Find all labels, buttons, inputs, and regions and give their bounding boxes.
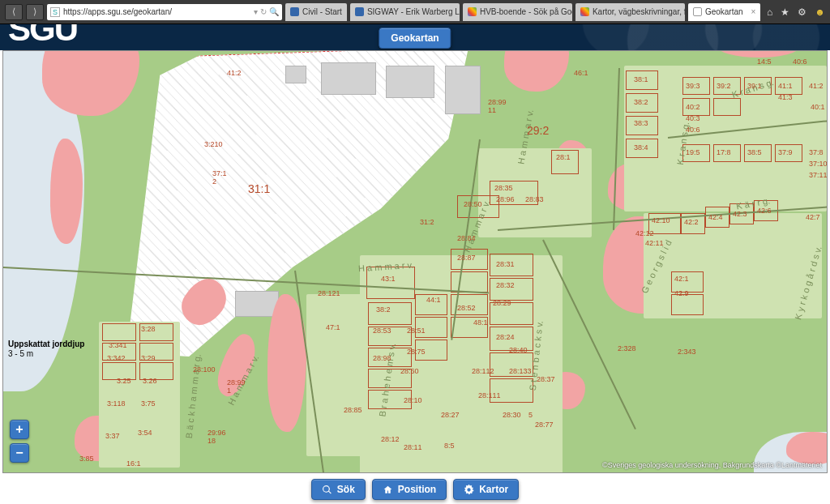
parcel-label: 3:25 — [117, 377, 131, 385]
parcel-label: 39:2 — [717, 82, 731, 90]
parcel-label: 42:12 — [635, 229, 654, 237]
parcel-label: 43:1 — [381, 275, 396, 283]
parcel-label: 37:11 — [809, 171, 828, 179]
parcel-label: 37:1 2 — [212, 169, 227, 186]
parcel-label: 38:5 — [747, 148, 762, 156]
tab-sigway[interactable]: SIGWAY - Erik Warberg Larsson — [350, 3, 460, 21]
close-icon[interactable]: × — [747, 7, 756, 16]
home-icon[interactable]: ⌂ — [767, 6, 772, 18]
parcel-label: 28:75 — [407, 348, 426, 356]
tab-favicon — [355, 7, 364, 16]
url-bar[interactable]: S https://apps.sgu.se/geokartan/ ▾ ↻ 🔍 — [47, 4, 282, 20]
parcel-label: 31:2 — [420, 218, 434, 226]
layers-button[interactable]: Kartor — [453, 479, 519, 500]
star-icon[interactable]: ★ — [781, 6, 789, 18]
parcel-label: 28:40 — [509, 346, 528, 354]
zoom-out-button[interactable]: − — [10, 443, 29, 463]
parcel-label: 37:8 — [809, 148, 824, 156]
zoom-control: + − — [10, 420, 29, 463]
parcel-label: 38:2 — [634, 98, 648, 106]
position-button[interactable]: Position — [372, 479, 447, 500]
parcel-label: 28:50 — [464, 200, 482, 208]
parcel-label: 5 — [528, 411, 533, 419]
building — [445, 66, 481, 114]
parcel-label: 41:1 — [778, 82, 793, 90]
parcel-label: 28:85 — [344, 406, 362, 414]
parcel-label: 44:1 — [426, 296, 441, 304]
parcel-label: 28:53 — [373, 327, 391, 335]
parcel-label: 19:5 — [686, 148, 700, 156]
tab-label: HVB-boende - Sök på Google — [480, 7, 572, 16]
parcel-label: 28:84 — [457, 234, 476, 242]
parcel-label: 41:3 — [778, 93, 793, 101]
legend-box: Uppskattat jorddjup 3 - 5 m — [8, 340, 84, 358]
search-icon — [322, 485, 332, 495]
tab-favicon — [468, 7, 477, 16]
legend-value: 3 - 5 m — [8, 349, 33, 358]
soil-overlay — [786, 432, 828, 464]
parcel-label: 40:3 — [686, 114, 700, 122]
building — [386, 66, 434, 98]
parcel-label: 8:5 — [444, 442, 455, 450]
parcel-label: 42:6 — [757, 207, 772, 215]
parcel-label: 28:52 — [457, 304, 476, 312]
nav-forward-button[interactable]: ⟩ — [26, 4, 44, 20]
gear-icon[interactable]: ⚙ — [798, 6, 806, 18]
parcel-label: 2:328 — [618, 344, 636, 352]
parcel-label: 3:118 — [107, 399, 126, 408]
parcel-label: 42:9 — [674, 289, 689, 297]
tab-geokartan[interactable]: Geokartan × — [688, 3, 761, 21]
parcel-label: 28:98 — [373, 354, 391, 362]
face-icon[interactable]: ☻ — [815, 6, 825, 18]
parcel-label: 40:2 — [686, 103, 700, 111]
parcel-label: 37:9 — [778, 148, 793, 156]
parcel-label: 3:26 — [143, 377, 157, 385]
zoom-in-button[interactable]: + — [10, 420, 29, 439]
parcel-label: 42:2 — [684, 218, 699, 226]
soil-overlay — [504, 50, 569, 92]
parcel-label: 3:75 — [141, 399, 156, 408]
tab-google[interactable]: HVB-boende - Sök på Google — [463, 3, 572, 21]
parcel-label: 38:4 — [634, 143, 648, 152]
nav-back-button[interactable]: ⟨ — [5, 4, 23, 20]
parcel-label: 42:7 — [806, 213, 820, 221]
parcel-label: 42:10 — [652, 216, 670, 224]
url-text: https://apps.sgu.se/geokartan/ — [63, 7, 172, 16]
parcel-label: 46:1 — [574, 69, 588, 77]
app-header: SGU Geokartan — [0, 24, 830, 50]
url-actions: ▾ ↻ 🔍 — [254, 7, 279, 16]
tab-civil[interactable]: Civil - Start — [285, 3, 347, 21]
parcel-label: 28:83 — [525, 195, 544, 203]
parcel-label: 40:6 — [793, 58, 807, 66]
tab-label: Geokartan — [705, 7, 743, 16]
site-favicon: S — [50, 7, 60, 17]
tab-label: Civil - Start — [302, 7, 342, 16]
parcel-label: 28:29 — [493, 299, 511, 307]
parcel-label: 14:5 — [757, 58, 772, 66]
parcel-label: 31:1 — [248, 182, 270, 195]
parcel-label: 29:96 18 — [208, 429, 226, 445]
parcel-label: 28:12 — [381, 435, 400, 443]
parcel-label: 28:1 — [556, 153, 571, 161]
parcel-label: 39:3 — [686, 82, 700, 90]
search-button[interactable]: Sök — [311, 479, 366, 500]
tab-label: SIGWAY - Erik Warberg Larsson — [367, 7, 460, 16]
tab-favicon — [290, 7, 299, 16]
tab-kartor[interactable]: Kartor, vägbeskrivningar, flygf... — [575, 3, 685, 21]
app-title-button[interactable]: Geokartan — [379, 28, 451, 49]
parcel-label: 42:1 — [674, 275, 689, 283]
parcel-label: 28:112 — [472, 367, 494, 375]
parcel-label: 2:343 — [678, 348, 696, 356]
building — [285, 66, 306, 83]
parcel-label: 42:3 — [733, 210, 747, 218]
parcel-label: 28:27 — [441, 411, 460, 419]
parcel-label: 28:77 — [535, 421, 554, 429]
parcel-label: 47:1 — [326, 323, 340, 331]
map-canvas[interactable]: H a m m a r v. H a m m a r v. H a m m a … — [2, 50, 828, 473]
parcel-label: 28:37 — [537, 375, 555, 383]
layers-label: Kartor — [479, 484, 508, 495]
parcel-label: 28:133 — [509, 367, 532, 375]
parcel-label: 28:35 — [494, 184, 513, 192]
parcel-label: 42:11 — [645, 239, 664, 247]
position-label: Position — [398, 484, 436, 495]
